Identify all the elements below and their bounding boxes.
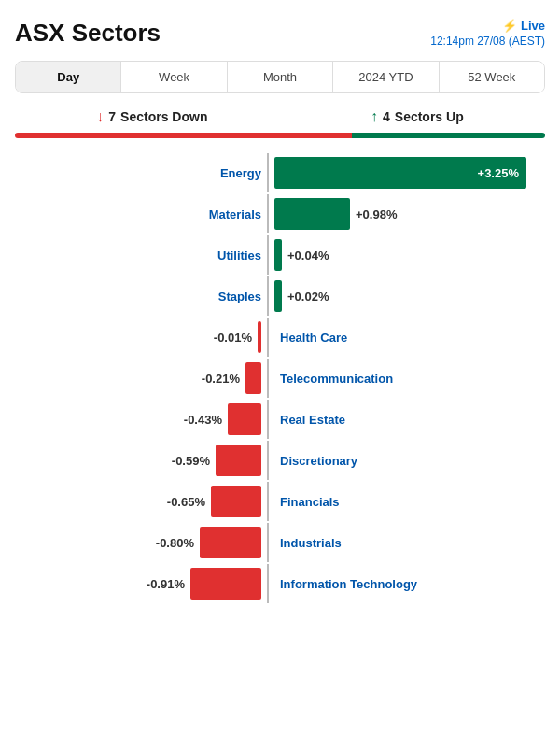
bar-value: +0.02% — [287, 289, 329, 303]
sector-label: Financials — [280, 495, 340, 509]
table-row: Energy +3.25% — [15, 153, 545, 192]
sector-label: Industrials — [280, 536, 342, 550]
bar-value: +0.04% — [287, 248, 329, 262]
negative-bar — [245, 362, 261, 394]
tab-week[interactable]: Week — [121, 62, 227, 92]
up-arrow-icon: ↑ — [371, 108, 378, 125]
bar-negative-container: -0.21% — [15, 362, 267, 394]
negative-bar — [258, 321, 261, 353]
progress-down — [15, 133, 352, 138]
bar-inline-value: +3.25% — [478, 166, 519, 180]
negative-bar — [190, 568, 261, 600]
bar-value: -0.01% — [214, 331, 252, 345]
bar-label-container: Telecommunication — [269, 372, 545, 386]
up-count: 4 — [383, 109, 390, 124]
tab-day[interactable]: Day — [16, 62, 121, 92]
page-title: ASX Sectors — [15, 19, 161, 48]
bar-value: -0.91% — [147, 577, 185, 591]
sector-label: Energy — [220, 166, 261, 180]
table-row: Utilities +0.04% — [15, 235, 545, 275]
bar-value: -0.80% — [156, 536, 194, 550]
sector-label: Health Care — [280, 331, 347, 345]
bar-negative-container: -0.01% — [15, 321, 267, 353]
sector-label: Discretionary — [280, 454, 357, 468]
table-row: -0.01% Health Care — [15, 318, 545, 357]
bar-negative-container: -0.59% — [15, 445, 267, 476]
bar-label-container: Health Care — [269, 331, 545, 345]
bar-positive-container: +0.04% — [269, 239, 545, 271]
negative-bar — [211, 486, 261, 517]
table-row: Materials +0.98% — [15, 194, 545, 233]
bar-negative-container: -0.43% — [15, 403, 267, 435]
live-indicator: ⚡ Live 12:14pm 27/08 (AEST) — [430, 19, 545, 48]
progress-up — [352, 133, 545, 138]
sector-label: Staples — [218, 289, 261, 303]
positive-bar: +3.25% — [274, 157, 526, 189]
positive-bar — [274, 198, 350, 230]
positive-bar — [274, 239, 282, 271]
table-row: -0.65% Financials — [15, 482, 545, 521]
up-label: Sectors Up — [395, 109, 464, 124]
bar-negative-container: -0.80% — [15, 527, 267, 558]
bar-label-container: Information Technology — [269, 577, 545, 591]
table-row: -0.59% Discretionary — [15, 441, 545, 480]
sector-label: Real Estate — [280, 413, 345, 427]
live-time: 12:14pm 27/08 (AEST) — [430, 35, 545, 48]
sectors-up-summary: ↑ 4 Sectors Up — [371, 108, 464, 125]
tab-2024ytd[interactable]: 2024 YTD — [333, 62, 439, 92]
table-row: -0.91% Information Technology — [15, 564, 545, 603]
table-row: Staples +0.02% — [15, 276, 545, 316]
bar-value: +0.98% — [356, 207, 397, 221]
live-badge: ⚡ Live — [430, 19, 545, 33]
bar-value: -0.43% — [184, 413, 222, 427]
table-row: -0.43% Real Estate — [15, 400, 545, 439]
negative-bar — [200, 527, 261, 558]
bar-label-container: Industrials — [269, 536, 545, 550]
bar-positive-container: +3.25% — [269, 157, 545, 189]
header: ASX Sectors ⚡ Live 12:14pm 27/08 (AEST) — [15, 19, 545, 48]
bar-negative-container: -0.65% — [15, 486, 267, 517]
bar-positive-container: +0.98% — [269, 198, 545, 230]
progress-bar — [15, 133, 545, 138]
bar-label-container: Energy — [15, 166, 267, 180]
bar-label-container: Utilities — [15, 248, 267, 262]
down-arrow-icon: ↓ — [96, 108, 104, 125]
chart-area: Energy +3.25% Materials +0.98% — [15, 153, 545, 603]
sectors-summary: ↓ 7 Sectors Down ↑ 4 Sectors Up — [15, 108, 545, 125]
table-row: -0.80% Industrials — [15, 523, 545, 562]
bar-value: -0.65% — [167, 495, 205, 509]
sector-label: Telecommunication — [280, 372, 393, 386]
positive-bar — [274, 280, 282, 312]
bar-value: -0.59% — [172, 454, 210, 468]
bar-label-container: Financials — [269, 495, 545, 509]
bar-label-container: Real Estate — [269, 413, 545, 427]
down-label: Sectors Down — [120, 109, 207, 124]
tab-month[interactable]: Month — [228, 62, 333, 92]
tabs-container: Day Week Month 2024 YTD 52 Week — [15, 61, 545, 93]
bar-value: -0.21% — [202, 372, 240, 386]
bar-negative-container: -0.91% — [15, 568, 267, 600]
bar-label-container: Staples — [15, 289, 267, 303]
bar-positive-container: +0.02% — [269, 280, 545, 312]
bar-label-container: Materials — [15, 207, 267, 221]
sector-label: Utilities — [217, 248, 261, 262]
tab-52week[interactable]: 52 Week — [440, 62, 544, 92]
sectors-down-summary: ↓ 7 Sectors Down — [96, 108, 207, 125]
table-row: -0.21% Telecommunication — [15, 359, 545, 398]
sector-label: Materials — [209, 207, 261, 221]
live-label: Live — [521, 19, 545, 33]
negative-bar — [216, 445, 261, 476]
sector-label: Information Technology — [280, 577, 417, 591]
negative-bar — [228, 403, 261, 435]
bolt-icon: ⚡ — [502, 19, 517, 33]
down-count: 7 — [108, 109, 116, 124]
bar-label-container: Discretionary — [269, 454, 545, 468]
